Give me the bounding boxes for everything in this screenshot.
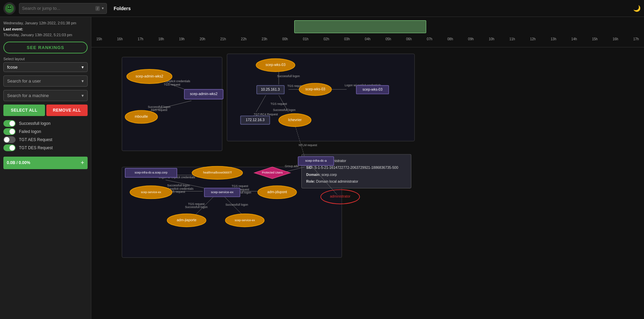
svg-point-3	[10, 6, 11, 8]
select-all-button[interactable]: SELECT ALL	[3, 105, 45, 116]
node-label: adm-jdupont	[267, 190, 287, 194]
search-machine-dropdown[interactable]: Search for a machine ▾	[3, 90, 88, 101]
tick-19h: 19h	[179, 37, 185, 41]
chevron-down-icon: ▾	[82, 65, 84, 70]
toggle-list: Successfull logon Failed logon TGT AES R…	[3, 119, 88, 152]
tgt-des-toggle[interactable]	[3, 144, 16, 151]
tick-18h: 18h	[158, 37, 164, 41]
timeline-highlight	[294, 20, 426, 33]
node-label: 10.25.161.3	[261, 87, 280, 91]
remove-all-button[interactable]: REMOVE ALL	[46, 105, 88, 116]
edge-label: TGS request	[164, 83, 180, 86]
svg-point-2	[8, 6, 9, 8]
toggle-row: TGT DES Request	[3, 144, 88, 152]
toggle-row: Failed logon	[3, 128, 88, 136]
edge-label: Successfull logon	[277, 74, 300, 78]
tick-12h: 12h	[530, 37, 536, 41]
chevron-down-icon: ▾	[82, 93, 84, 98]
topbar: / ▾ Folders 🌙	[0, 0, 644, 17]
tick-01h: 01h	[303, 37, 308, 41]
edge-label: Successfull logon	[185, 205, 208, 209]
node-label: scep-admin-wks2	[190, 92, 217, 96]
node-label: administrator	[330, 194, 350, 198]
tick-05h: 05h	[386, 37, 391, 41]
tick-03h: 03h	[344, 37, 350, 41]
topbar-right: 🌙	[633, 5, 641, 12]
tick-15h-2: 15h	[592, 37, 598, 41]
node-label: Protected Users	[262, 171, 283, 174]
global-search-bar[interactable]: / ▾	[19, 3, 107, 14]
toggle-row: TGT AES Request	[3, 136, 88, 144]
layout-select-wrapper: Select layout fcose ▾	[3, 57, 88, 72]
tick-07h: 07h	[427, 37, 433, 41]
graph-canvas[interactable]: Username: administrator SID: S-1-5-21-16…	[91, 47, 644, 319]
tick-14h: 14h	[571, 37, 577, 41]
chevron-down-icon: ▾	[82, 78, 84, 84]
tick-16h: 16h	[117, 37, 123, 41]
dark-mode-icon[interactable]: 🌙	[633, 5, 641, 12]
tick-11h: 11h	[509, 37, 515, 41]
edge-label: TGS request	[188, 202, 205, 206]
successful-logon-label: Successfull logon	[19, 121, 50, 126]
edge-label: TGT-RC4 Request	[254, 113, 278, 116]
storage-plus-button[interactable]: +	[80, 159, 84, 166]
tick-08h: 08h	[447, 37, 453, 41]
tick-17h: 17h	[138, 37, 143, 41]
app-logo	[3, 2, 16, 15]
node-label: scep-service-ex	[235, 219, 255, 222]
node-label: scep-infra-dc-a	[305, 159, 327, 162]
node-label: lchevrier	[288, 118, 302, 122]
tgt-aes-toggle[interactable]	[3, 136, 16, 143]
node-label: mbouille	[135, 114, 148, 118]
storage-text: 0.0B / 0.00%	[7, 160, 30, 165]
timeline-ticks: 15h 16h 17h 18h 19h 20h 21h 22h 23h 00h …	[91, 37, 644, 41]
timeline[interactable]: 15h 16h 17h 18h 19h 20h 21h 22h 23h 00h …	[91, 17, 644, 47]
tick-00h: 00h	[282, 37, 288, 41]
successful-logon-toggle[interactable]	[3, 120, 16, 127]
node-label: adm-jiaporte	[177, 218, 197, 222]
tick-09h: 09h	[468, 37, 474, 41]
tgt-aes-label: TGT AES Request	[19, 137, 52, 142]
edge-label: TGS request	[271, 102, 287, 106]
edge-label: Successfull logon	[167, 184, 190, 187]
main-layout: Wednesday, January 12th 2022, 2:01:38 pm…	[0, 17, 644, 319]
search-user-dropdown[interactable]: Search for a user ▾	[3, 75, 88, 87]
tick-13h: 13h	[551, 37, 556, 41]
layout-label: Select layout	[3, 57, 88, 61]
folders-label: Folders	[110, 6, 131, 11]
storage-bar: 0.0B / 0.00% +	[3, 157, 88, 169]
tick-04h: 04h	[365, 37, 371, 41]
tick-22h: 22h	[241, 37, 247, 41]
layout-select[interactable]: fcose ▾	[3, 62, 88, 72]
node-label: healthmailboxe06697f	[203, 171, 232, 174]
node-label: scep-wks-03	[363, 87, 383, 91]
edge-label: Group add	[285, 164, 299, 168]
node-label: scep-wks-03	[266, 63, 285, 67]
node-label: scep-infra-dc-a.scep.corp	[135, 171, 167, 174]
node-label: scep-admin-wks2	[136, 74, 163, 78]
current-datetime: Wednesday, January 12th 2022, 2:01:38 pm…	[3, 20, 88, 38]
slash-icon: /	[95, 6, 100, 11]
node-label: 172.12.16.3	[246, 118, 265, 122]
tick-10h: 10h	[489, 37, 495, 41]
tick-23h: 23h	[261, 37, 267, 41]
action-buttons: SELECT ALL REMOVE ALL	[3, 105, 88, 116]
tick-20h: 20h	[200, 37, 205, 41]
tgt-des-label: TGT DES Request	[19, 145, 53, 150]
tick-02h: 02h	[324, 37, 329, 41]
timeline-axis: 15h 16h 17h 18h 19h 20h 21h 22h 23h 00h …	[91, 37, 644, 41]
edge-label: TGS request	[151, 108, 167, 112]
global-search-input[interactable]	[22, 6, 93, 11]
failed-logon-label: Failed logon	[19, 129, 41, 134]
tick-06h: 06h	[406, 37, 412, 41]
sidebar: Wednesday, January 12th 2022, 2:01:38 pm…	[0, 17, 91, 319]
chevron-down-icon: ▾	[102, 6, 104, 10]
graph-svg: Username: administrator SID: S-1-5-21-16…	[91, 47, 644, 319]
graph-area: 15h 16h 17h 18h 19h 20h 21h 22h 23h 00h …	[91, 17, 644, 319]
tick-21h: 21h	[220, 37, 226, 41]
edge-label: Successfull logon	[148, 105, 170, 109]
edge-label: NTLM request	[299, 143, 317, 147]
see-rankings-button[interactable]: SEE RANKINGS	[3, 42, 88, 53]
failed-logon-toggle[interactable]	[3, 128, 16, 135]
tick-16h-2: 16h	[613, 37, 618, 41]
